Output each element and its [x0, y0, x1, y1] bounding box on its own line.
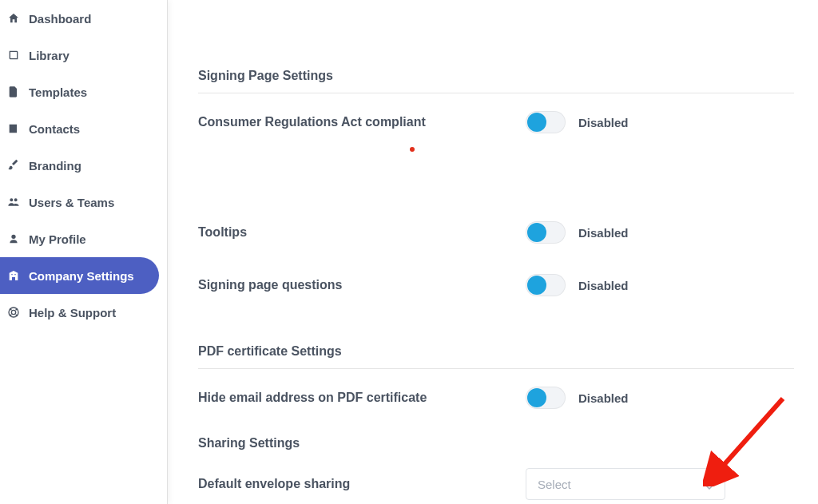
toggle-state-label: Disabled — [578, 391, 629, 405]
book-icon — [6, 48, 21, 62]
sidebar-item-users-teams[interactable]: Users & Teams — [0, 184, 167, 220]
section-header-sharing: Sharing Settings — [198, 436, 794, 460]
sidebar-item-library[interactable]: Library — [0, 37, 167, 73]
setting-label: Signing page questions — [198, 278, 526, 292]
sidebar-item-label: Company Settings — [29, 269, 134, 283]
setting-row-signing-questions: Signing page questions Disabled — [198, 244, 794, 296]
sidebar-item-label: My Profile — [29, 232, 86, 246]
sidebar-item-templates[interactable]: Templates — [0, 73, 167, 110]
toggle-consumer-regulations[interactable] — [526, 111, 566, 133]
toggle-wrap: Disabled — [526, 387, 629, 409]
default-sharing-select[interactable]: Select — [526, 468, 725, 500]
sidebar-item-label: Help & Support — [29, 306, 116, 319]
sidebar-item-branding[interactable]: Branding — [0, 147, 167, 184]
section-header-signing: Signing Page Settings — [198, 69, 794, 93]
user-icon — [6, 232, 21, 246]
building-icon — [6, 268, 21, 283]
setting-row-default-sharing: Default envelope sharing Select — [198, 460, 794, 500]
toggle-knob — [527, 388, 546, 407]
toggle-signing-questions[interactable] — [526, 274, 566, 296]
sidebar-item-company-settings[interactable]: Company Settings — [0, 257, 159, 294]
setting-label: Consumer Regulations Act compliant — [198, 115, 526, 129]
setting-label: Hide email address on PDF certificate — [198, 391, 526, 405]
sidebar-item-label: Dashboard — [29, 12, 91, 26]
brush-icon — [6, 158, 21, 173]
setting-label: Tooltips — [198, 225, 526, 240]
cursor-dot-annotation — [410, 147, 415, 152]
setting-row-consumer-regulations: Consumer Regulations Act compliant Disab… — [198, 93, 794, 133]
sidebar-item-dashboard[interactable]: Dashboard — [0, 0, 167, 37]
setting-label: Default envelope sharing — [198, 477, 526, 491]
toggle-wrap: Disabled — [526, 111, 629, 133]
users-icon — [6, 195, 21, 209]
chevron-down-icon — [705, 480, 713, 488]
sidebar-item-label: Branding — [29, 159, 81, 173]
sidebar-item-label: Contacts — [29, 122, 80, 136]
sidebar-item-label: Users & Teams — [29, 196, 114, 209]
svg-point-1 — [11, 310, 15, 314]
sidebar-item-label: Library — [29, 49, 69, 62]
sidebar: Dashboard Library Templates Contacts Bra… — [0, 0, 168, 504]
toggle-state-label: Disabled — [578, 279, 629, 292]
setting-row-hide-email: Hide email address on PDF certificate Di… — [198, 369, 794, 409]
toggle-state-label: Disabled — [578, 226, 629, 240]
home-icon — [6, 11, 21, 26]
toggle-wrap: Disabled — [526, 221, 629, 244]
lifering-icon — [6, 305, 21, 319]
toggle-state-label: Disabled — [578, 116, 629, 129]
setting-row-tooltips: Tooltips Disabled — [198, 133, 794, 244]
sidebar-item-label: Templates — [29, 85, 87, 99]
main-content: Signing Page Settings Consumer Regulatio… — [168, 0, 818, 504]
sidebar-item-help-support[interactable]: Help & Support — [0, 294, 167, 331]
select-placeholder: Select — [538, 478, 571, 491]
toggle-wrap: Disabled — [526, 274, 629, 296]
sidebar-item-contacts[interactable]: Contacts — [0, 110, 167, 147]
file-icon — [6, 85, 21, 99]
toggle-knob — [527, 113, 546, 132]
toggle-knob — [527, 223, 546, 242]
sidebar-item-my-profile[interactable]: My Profile — [0, 220, 167, 257]
contacts-icon — [6, 121, 21, 136]
toggle-knob — [527, 276, 546, 295]
section-header-pdf: PDF certificate Settings — [198, 344, 794, 369]
toggle-hide-email[interactable] — [526, 387, 566, 409]
toggle-tooltips[interactable] — [526, 221, 566, 244]
